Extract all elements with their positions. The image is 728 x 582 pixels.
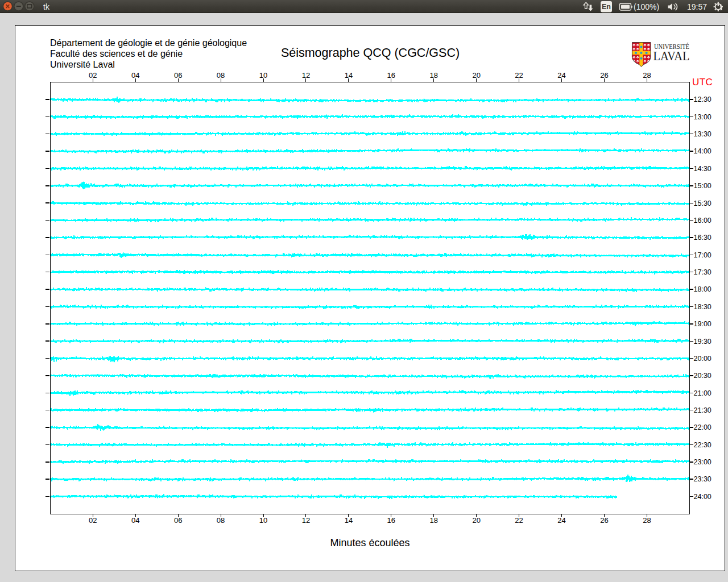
svg-text:04: 04 (131, 71, 139, 80)
svg-text:24:00: 24:00 (694, 493, 712, 501)
svg-text:10: 10 (259, 516, 267, 525)
svg-text:06: 06 (174, 516, 182, 525)
svg-text:20:30: 20:30 (694, 372, 712, 380)
svg-text:08: 08 (217, 71, 225, 80)
svg-text:16:00: 16:00 (694, 217, 712, 225)
svg-text:22: 22 (515, 516, 523, 525)
svg-text:14: 14 (345, 71, 353, 80)
svg-text:22: 22 (515, 71, 523, 80)
svg-text:En: En (602, 3, 611, 11)
svg-text:20: 20 (472, 71, 480, 80)
svg-text:16:30: 16:30 (694, 234, 712, 242)
svg-text:14: 14 (345, 516, 353, 525)
svg-text:21:00: 21:00 (694, 389, 712, 397)
svg-text:Faculté des sciences et de gén: Faculté des sciences et de génie (50, 49, 183, 59)
svg-text:02: 02 (89, 71, 97, 80)
svg-text:LAVAL: LAVAL (653, 49, 690, 63)
svg-text:15:00: 15:00 (694, 182, 712, 190)
svg-text:15:30: 15:30 (694, 199, 712, 207)
svg-text:18:30: 18:30 (694, 303, 712, 311)
svg-text:18:00: 18:00 (694, 285, 712, 293)
svg-text:20: 20 (472, 516, 480, 525)
svg-text:14:00: 14:00 (694, 147, 712, 155)
svg-text:12: 12 (302, 71, 310, 80)
svg-text:19:00: 19:00 (694, 320, 712, 328)
svg-text:22:00: 22:00 (694, 423, 712, 431)
svg-text:Séismographe QCQ (CGC/GSC): Séismographe QCQ (CGC/GSC) (281, 46, 460, 60)
svg-text:Université Laval: Université Laval (50, 60, 115, 69)
svg-text:24: 24 (557, 71, 565, 80)
svg-text:02: 02 (89, 516, 97, 525)
svg-text:19:30: 19:30 (694, 338, 712, 346)
svg-text:Minutes écoulées: Minutes écoulées (330, 537, 410, 548)
svg-text:10: 10 (259, 71, 267, 80)
svg-text:18: 18 (429, 516, 437, 525)
svg-text:17:00: 17:00 (694, 251, 712, 259)
svg-text:06: 06 (174, 71, 182, 80)
svg-text:13:30: 13:30 (694, 130, 712, 138)
svg-text:24: 24 (557, 516, 565, 525)
svg-text:20:00: 20:00 (694, 355, 712, 363)
svg-text:23:30: 23:30 (694, 475, 712, 483)
svg-text:UTC: UTC (692, 77, 713, 88)
svg-text:28: 28 (643, 71, 651, 80)
svg-text:16: 16 (387, 516, 395, 525)
svg-text:04: 04 (131, 516, 139, 525)
svg-text:16: 16 (387, 71, 395, 80)
svg-text:26: 26 (600, 516, 608, 525)
svg-text:26: 26 (600, 71, 608, 80)
svg-text:Département de géologie et de: Département de géologie et de génie géol… (50, 38, 247, 48)
svg-text:(100%): (100%) (634, 2, 659, 11)
svg-text:tk: tk (43, 2, 50, 11)
svg-text:08: 08 (217, 516, 225, 525)
svg-text:17:30: 17:30 (694, 268, 712, 276)
svg-text:12:30: 12:30 (694, 95, 712, 103)
svg-text:21:30: 21:30 (694, 406, 712, 414)
svg-text:23:00: 23:00 (694, 458, 712, 466)
svg-text:22:30: 22:30 (694, 441, 712, 449)
svg-text:28: 28 (643, 516, 651, 525)
svg-text:13:00: 13:00 (694, 113, 712, 121)
svg-text:18: 18 (429, 71, 437, 80)
svg-text:12: 12 (302, 516, 310, 525)
svg-text:19:57: 19:57 (687, 2, 707, 11)
svg-text:14:30: 14:30 (694, 165, 712, 173)
